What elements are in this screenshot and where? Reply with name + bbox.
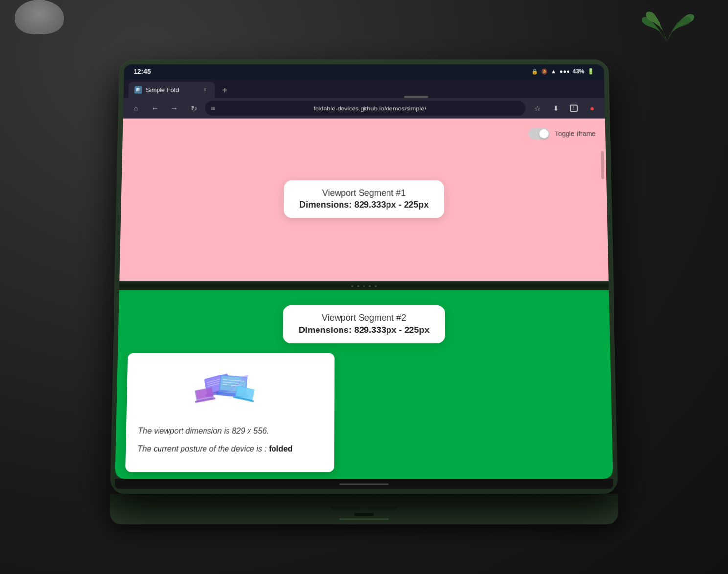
tab-favicon: ⊞ <box>134 86 142 93</box>
segment-2-dimensions: Dimensions: 829.333px - 225px <box>298 325 429 335</box>
tab-switcher-button[interactable]: 1 <box>566 101 582 116</box>
viewport-dimension-text: The viewport dimension is 829 x 556. <box>138 424 322 437</box>
toggle-iframe-control[interactable]: Toggle Iframe <box>528 128 595 139</box>
star-icon: ☆ <box>534 104 541 112</box>
hinge-dot-4 <box>369 285 371 287</box>
record-icon: ● <box>590 103 595 113</box>
bookmark-button[interactable]: ☆ <box>529 101 545 116</box>
posture-text: The current posture of the device is : f… <box>137 442 322 455</box>
hinge-dot-5 <box>375 285 377 287</box>
battery-text: 43% <box>572 68 584 75</box>
device-info-card: The viewport dimension is 829 x 556. The… <box>125 353 335 472</box>
sound-icon: 🔕 <box>541 68 548 74</box>
viewport-segment-2-area: Viewport Segment #2 Dimensions: 829.333p… <box>115 290 613 479</box>
tab-switcher-icon: 1 <box>570 105 578 112</box>
hinge-indicators <box>331 506 397 510</box>
download-icon: ⬇ <box>552 104 559 112</box>
home-button[interactable]: ⌂ <box>128 101 144 116</box>
viewport-segment-1-area: Viewport Segment #1 Dimensions: 829.333p… <box>119 119 609 282</box>
fold-hinge <box>119 282 609 290</box>
drag-pill <box>404 96 428 98</box>
hinge-dot-1 <box>351 285 353 287</box>
hinge-dot-3 <box>363 285 365 287</box>
charging-port <box>354 513 374 516</box>
download-button[interactable]: ⬇ <box>548 101 564 116</box>
toggle-label: Toggle Iframe <box>555 130 596 138</box>
device-chassis: 12:45 🔒 🔕 ▲ ●●● 43% 🔋 ⊞ Simple Fold × <box>110 59 618 494</box>
segment-1-card: Viewport Segment #1 Dimensions: 829.333p… <box>284 180 444 218</box>
new-tab-button[interactable]: + <box>217 83 232 98</box>
status-time: 12:45 <box>134 68 151 75</box>
scrollbar[interactable] <box>601 151 604 179</box>
segment-1-title: Viewport Segment #1 <box>299 188 429 199</box>
device-base <box>109 494 619 524</box>
menu-button[interactable]: ● <box>584 101 600 116</box>
bottom-nav-pill <box>339 483 389 485</box>
toggle-switch[interactable] <box>528 128 550 139</box>
forward-button[interactable]: → <box>166 101 182 116</box>
url-text: foldable-devices.github.io/demos/simple/ <box>220 105 520 111</box>
segment-2-card: Viewport Segment #2 Dimensions: 829.333p… <box>283 305 445 343</box>
segment-2-title: Viewport Segment #2 <box>299 313 430 323</box>
foldable-device: 12:45 🔒 🔕 ▲ ●●● 43% 🔋 ⊞ Simple Fold × <box>109 59 619 524</box>
signal-icon: ●●● <box>559 68 570 75</box>
reload-button[interactable]: ↻ <box>186 101 202 116</box>
hinge-right <box>367 506 397 510</box>
info-card-text: The viewport dimension is 829 x 556. The… <box>137 424 322 455</box>
wifi-icon: ▲ <box>551 68 557 75</box>
base-nav-pill <box>339 518 389 520</box>
address-bar[interactable]: ≋ foldable-devices.github.io/demos/simpl… <box>205 101 526 116</box>
plant-decoration <box>630 0 704 44</box>
status-bar: 12:45 🔒 🔕 ▲ ●●● 43% 🔋 <box>124 64 604 79</box>
forward-icon: → <box>170 104 178 112</box>
back-icon: ← <box>151 104 159 112</box>
browser-tab-active[interactable]: ⊞ Simple Fold × <box>128 82 215 98</box>
nav-bar: ⌂ ← → ↻ ≋ foldable-devices.github.io/dem… <box>123 98 605 118</box>
home-icon: ⌂ <box>134 104 138 112</box>
tab-title: Simple Fold <box>146 87 197 93</box>
posture-value: folded <box>269 444 293 453</box>
tab-bar: ⊞ Simple Fold × + <box>123 79 604 98</box>
nav-action-buttons: ☆ ⬇ 1 ● <box>529 101 600 116</box>
illustration-area <box>138 365 323 415</box>
hinge-dot-2 <box>357 285 359 287</box>
status-icons: 🔒 🔕 ▲ ●●● 43% 🔋 <box>531 68 594 75</box>
reload-icon: ↻ <box>190 104 197 112</box>
segment-1-dimensions: Dimensions: 829.333px - 225px <box>299 200 429 210</box>
segment-2-header-area: Viewport Segment #2 Dimensions: 829.333p… <box>118 290 610 343</box>
foldable-illustration <box>191 365 271 415</box>
hinge-left <box>331 506 361 510</box>
lock-icon: 🔒 <box>531 68 538 74</box>
battery-icon: 🔋 <box>587 68 594 75</box>
tab-close-button[interactable]: × <box>201 86 209 94</box>
screen-area: 12:45 🔒 🔕 ▲ ●●● 43% 🔋 ⊞ Simple Fold × <box>115 64 613 479</box>
posture-label: The current posture of the device is : <box>137 444 267 453</box>
back-button[interactable]: ← <box>147 101 163 116</box>
bottom-nav-strip <box>115 479 613 489</box>
top-left-object <box>15 0 64 34</box>
site-icon: ≋ <box>211 105 216 112</box>
